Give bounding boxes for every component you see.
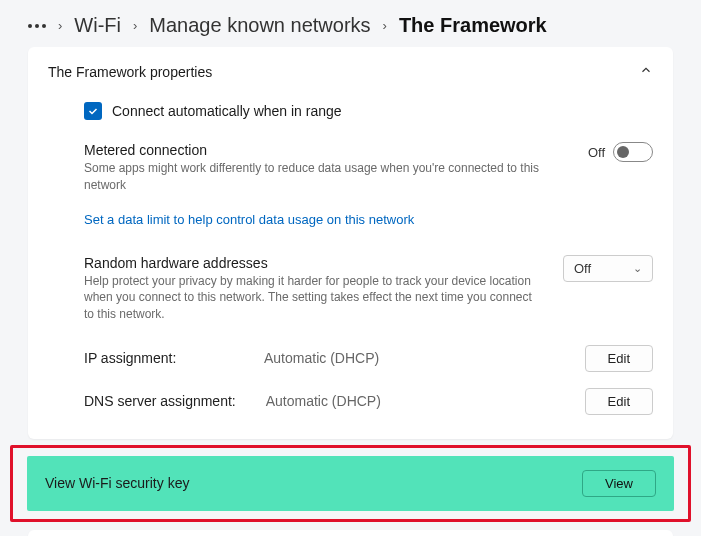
breadcrumb-wifi[interactable]: Wi-Fi bbox=[74, 14, 121, 37]
highlight-annotation: View Wi-Fi security key View bbox=[10, 445, 691, 522]
breadcrumb-current: The Framework bbox=[399, 14, 547, 37]
breadcrumb: › Wi-Fi › Manage known networks › The Fr… bbox=[0, 0, 701, 47]
security-key-row[interactable]: View Wi-Fi security key View bbox=[27, 456, 674, 511]
dns-assignment-row: DNS server assignment: Automatic (DHCP) … bbox=[84, 380, 653, 423]
ip-key: IP assignment: bbox=[84, 350, 234, 366]
random-hw-title: Random hardware addresses bbox=[84, 255, 539, 271]
breadcrumb-manage[interactable]: Manage known networks bbox=[149, 14, 370, 37]
ip-value: Automatic (DHCP) bbox=[264, 350, 379, 366]
random-hw-subtitle: Help protect your privacy by making it h… bbox=[84, 273, 539, 323]
random-hw-value: Off bbox=[574, 261, 591, 276]
metered-title: Metered connection bbox=[84, 142, 572, 158]
random-hw-select[interactable]: Off ⌄ bbox=[563, 255, 653, 282]
dns-edit-button[interactable]: Edit bbox=[585, 388, 653, 415]
ip-assignment-row: IP assignment: Automatic (DHCP) Edit bbox=[84, 337, 653, 380]
dns-value: Automatic (DHCP) bbox=[266, 393, 381, 409]
view-security-button[interactable]: View bbox=[582, 470, 656, 497]
random-hw-row: Random hardware addresses Help protect y… bbox=[84, 237, 653, 337]
chevron-right-icon: › bbox=[383, 18, 387, 33]
properties-card: The Framework properties Connect automat… bbox=[28, 47, 673, 439]
chevron-right-icon: › bbox=[133, 18, 137, 33]
chevron-up-icon bbox=[639, 63, 653, 80]
connect-auto-label: Connect automatically when in range bbox=[112, 103, 342, 119]
metered-state-label: Off bbox=[588, 145, 605, 160]
metered-row: Metered connection Some apps might work … bbox=[84, 134, 653, 208]
ip-edit-button[interactable]: Edit bbox=[585, 345, 653, 372]
data-limit-link[interactable]: Set a data limit to help control data us… bbox=[84, 212, 414, 227]
chevron-down-icon: ⌄ bbox=[633, 262, 642, 275]
security-key-label: View Wi-Fi security key bbox=[45, 475, 189, 491]
checkbox-checked-icon[interactable] bbox=[84, 102, 102, 120]
properties-header[interactable]: The Framework properties bbox=[28, 47, 673, 94]
properties-title: The Framework properties bbox=[48, 64, 212, 80]
metered-toggle[interactable] bbox=[613, 142, 653, 162]
more-icon[interactable] bbox=[28, 24, 46, 28]
metered-subtitle: Some apps might work differently to redu… bbox=[84, 160, 572, 194]
chevron-right-icon: › bbox=[58, 18, 62, 33]
dns-key: DNS server assignment: bbox=[84, 393, 236, 409]
advanced-properties-row[interactable]: Advanced Wi-Fi network properties Edit bbox=[28, 530, 673, 536]
connect-auto-row[interactable]: Connect automatically when in range bbox=[84, 94, 653, 134]
